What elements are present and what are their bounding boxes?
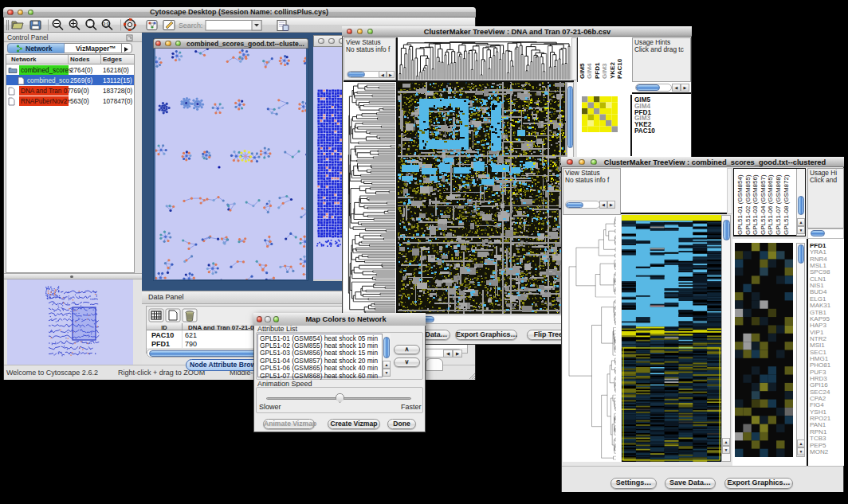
svg-text:Search:: Search: [179,21,202,29]
svg-text:GIM4: GIM4 [586,63,593,79]
svg-text:YKE2: YKE2 [609,62,616,79]
svg-text:PAC10: PAC10 [616,58,623,79]
svg-text:PFD1: PFD1 [594,62,601,79]
svg-text:GPL51-06 (GSM865): GPL51-06 (GSM865) [767,174,774,235]
svg-text:GPL51-07 (GSM868): GPL51-07 (GSM868) [775,174,782,235]
svg-text:GPL51-04 (GSM857): GPL51-04 (GSM857) [760,174,767,235]
svg-text:GPL51-02 (GSM855): GPL51-02 (GSM855) [744,174,752,235]
svg-text:GIM5: GIM5 [579,63,586,79]
svg-text:1:1: 1:1 [104,22,109,26]
svg-text:GIM3: GIM3 [601,63,608,79]
svg-text:GPL51-08 (GSM872): GPL51-08 (GSM872) [783,174,790,235]
svg-text:GPL51-03 (GSM856): GPL51-03 (GSM856) [752,174,759,235]
svg-text:GPL51-01 (GSM854): GPL51-01 (GSM854) [736,174,744,235]
